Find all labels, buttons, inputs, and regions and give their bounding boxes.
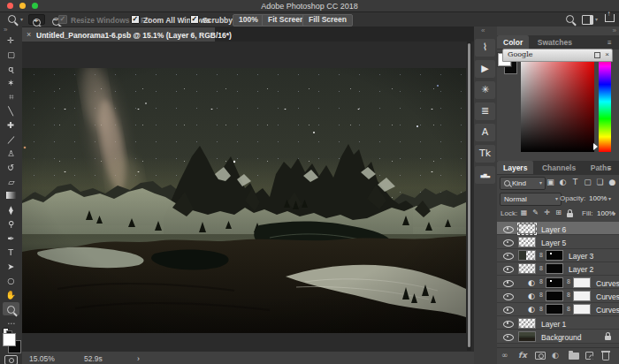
layer-mask-thumbnail[interactable]: [573, 277, 591, 288]
workspace-icon[interactable]: [582, 15, 593, 25]
layer-row[interactable]: Layer 1: [497, 316, 619, 330]
layer-visibility-eye-icon[interactable]: [503, 321, 514, 328]
healing-brush-tool-button[interactable]: ✚: [3, 118, 19, 132]
layer-name[interactable]: Curves 3: [596, 279, 619, 288]
shape-tool-button[interactable]: ○: [3, 274, 19, 287]
brush-settings-panel-icon[interactable]: ⌇: [475, 39, 495, 57]
layer-visibility-eye-icon[interactable]: [503, 293, 514, 300]
panel-menu-icon[interactable]: ≡: [608, 40, 615, 46]
layer-name[interactable]: Curves 1: [596, 306, 619, 315]
document-tab[interactable]: × Untitled_Panorama1-6.psb @ 15.1% (Laye…: [22, 27, 215, 42]
layer-mask-thumbnail[interactable]: [546, 263, 563, 274]
scrollbar-thumb[interactable]: [468, 43, 470, 347]
maximize-icon[interactable]: [594, 52, 600, 58]
gradient-tool-button[interactable]: [3, 189, 19, 202]
layer-row[interactable]: 8Layer 3: [497, 249, 619, 262]
layer-thumbnail[interactable]: [518, 224, 536, 234]
opacity-value[interactable]: 100%: [589, 194, 607, 202]
glyphs-panel-icon[interactable]: A: [475, 124, 495, 141]
eyedropper-tool-button[interactable]: ╲: [3, 104, 19, 118]
search-icon[interactable]: [566, 15, 574, 23]
toolbar-collapse-chevron[interactable]: »: [4, 26, 7, 34]
layer-visibility-eye-icon[interactable]: [503, 226, 514, 233]
hue-slider[interactable]: [599, 51, 611, 152]
layer-mask-thumbnail[interactable]: [546, 304, 563, 315]
layer-row[interactable]: Layer 6: [497, 222, 619, 235]
hue-slider-pointer[interactable]: [593, 143, 598, 150]
layer-visibility-eye-icon[interactable]: [503, 334, 514, 341]
floating-window[interactable]: Google ×: [502, 49, 613, 62]
zoom-tool-preset-icon[interactable]: [8, 15, 16, 23]
layer-visibility-eye-icon[interactable]: [503, 266, 514, 273]
layer-row[interactable]: 8Layer 2: [497, 262, 619, 276]
filter-adjustment-layers-icon[interactable]: ◐: [557, 177, 569, 188]
layer-name[interactable]: Curves 2: [596, 292, 619, 301]
link-layers-icon[interactable]: ∞: [501, 350, 508, 360]
tab-channels[interactable]: Channels: [536, 161, 582, 174]
foreground-color-swatch[interactable]: [3, 333, 16, 346]
status-menu-chevron[interactable]: ›: [137, 354, 140, 363]
layer-style-fx-icon[interactable]: fx: [518, 350, 527, 360]
layer-visibility-eye-icon[interactable]: [503, 253, 514, 260]
quick-mask-button[interactable]: [4, 355, 18, 364]
layer-thumbnail[interactable]: [518, 318, 536, 329]
canvas-image[interactable]: [22, 68, 466, 333]
path-selection-tool-button[interactable]: ➤: [3, 260, 19, 273]
layer-name[interactable]: Layer 6: [541, 225, 566, 234]
chevron-down-icon[interactable]: ▾: [595, 16, 598, 22]
layer-row[interactable]: ◐88Curves 3: [497, 276, 619, 289]
zoom-tool-button[interactable]: [3, 302, 19, 315]
vertical-scrollbar[interactable]: [467, 42, 471, 351]
layer-row[interactable]: ◐88Curves 2: [497, 289, 619, 302]
adjustment-layer-icon[interactable]: ◐: [527, 278, 536, 287]
character-panel-icon[interactable]: Tk: [475, 145, 495, 163]
layer-thumbnail[interactable]: [518, 331, 536, 342]
panel-collapse-chevron[interactable]: »: [613, 27, 616, 34]
blend-mode-select[interactable]: Normal▾: [500, 193, 562, 206]
zoom-100-button[interactable]: 100%: [233, 14, 264, 27]
history-brush-tool-button[interactable]: ↺: [3, 161, 19, 174]
panel-menu-icon[interactable]: ≡: [608, 165, 615, 171]
filter-kind-select[interactable]: Kind▾: [500, 177, 546, 190]
type-tool-button[interactable]: T: [3, 246, 19, 259]
delete-layer-icon[interactable]: [602, 353, 609, 360]
close-icon[interactable]: ×: [605, 50, 609, 58]
chevron-down-icon[interactable]: ▾: [608, 195, 611, 201]
lasso-tool-button[interactable]: ɋ: [3, 62, 19, 75]
layer-row[interactable]: Layer 5: [497, 235, 619, 248]
eraser-tool-button[interactable]: ▱: [3, 175, 19, 188]
adjustment-layer-icon[interactable]: ◐: [527, 305, 536, 314]
layer-mask-link-icon[interactable]: 8: [567, 306, 570, 312]
layer-mask-link-icon[interactable]: 8: [567, 292, 570, 298]
layer-thumbnail[interactable]: [518, 250, 536, 261]
pen-tool-button[interactable]: ✒: [3, 231, 19, 245]
layer-mask-thumbnail[interactable]: [546, 291, 563, 301]
layer-name[interactable]: Layer 2: [569, 265, 593, 274]
add-mask-icon[interactable]: [535, 352, 546, 360]
adjustment-layer-icon[interactable]: ◐: [552, 350, 559, 360]
fill-screen-button[interactable]: Fill Screen: [302, 14, 353, 27]
layer-mask-link-icon[interactable]: 8: [539, 252, 543, 258]
actions-panel-icon[interactable]: ▶: [475, 60, 495, 78]
blur-tool-button[interactable]: ⧫: [3, 203, 19, 216]
share-icon[interactable]: [605, 14, 615, 22]
layer-mask-link-icon[interactable]: 8: [539, 278, 543, 284]
layer-mask-thumbnail[interactable]: [573, 291, 591, 301]
paragraph-panel-icon[interactable]: ≣: [475, 102, 495, 120]
histogram-panel-icon[interactable]: ▄▆▃: [475, 166, 495, 184]
layer-name[interactable]: Background: [541, 333, 581, 342]
layer-name[interactable]: Layer 3: [569, 252, 593, 261]
layer-mask-link-icon[interactable]: 8: [567, 278, 570, 284]
chevron-down-icon[interactable]: ▾: [20, 16, 23, 22]
layer-row[interactable]: Background: [497, 330, 619, 343]
canvas-area[interactable]: [22, 42, 474, 351]
layer-mask-thumbnail[interactable]: [546, 250, 563, 261]
tab-close-icon[interactable]: ×: [27, 30, 31, 39]
tab-swatches[interactable]: Swatches: [531, 35, 578, 49]
layer-mask-link-icon[interactable]: 8: [539, 265, 543, 271]
new-layer-icon[interactable]: [585, 352, 593, 360]
lock-artboard-icon[interactable]: ⊞: [554, 208, 563, 217]
layer-thumbnail[interactable]: [518, 237, 536, 247]
lock-all-icon[interactable]: [565, 210, 575, 220]
filter-pixel-layers-icon[interactable]: ▣: [545, 177, 556, 188]
